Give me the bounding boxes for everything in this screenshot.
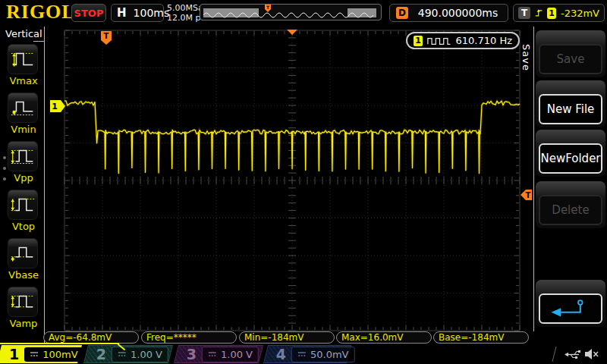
channel-status-bar: 1 100mV 2 1.00 V 3 xyxy=(0,345,607,364)
run-state-indicator: STOP xyxy=(71,4,106,22)
run-state-text: STOP xyxy=(74,8,104,19)
speaker-muted-icon xyxy=(584,348,599,360)
menu-slot-save: Save xyxy=(536,30,605,77)
measure-item-vtop[interactable]: Vtop xyxy=(0,190,47,232)
channel-2-scale: 1.00 V xyxy=(131,349,162,360)
menu-slot-new-file: New File xyxy=(536,80,605,127)
timebase-value: 100ms xyxy=(134,7,170,19)
rigol-logo: RIGOL xyxy=(6,1,76,24)
new-file-button[interactable]: New File xyxy=(539,94,602,124)
left-menu-title: Vertical xyxy=(5,28,42,39)
measure-item-vpp[interactable]: Vpp xyxy=(0,141,47,184)
measure-item-vmax[interactable]: Vmax xyxy=(0,44,47,86)
channel-2-number: 2 xyxy=(96,345,106,363)
channel-1-tab[interactable]: 1 100mV xyxy=(0,345,82,363)
menu-slot-new-folder: NewFolder xyxy=(536,130,605,177)
measurement-min: Min=-184mV xyxy=(239,331,335,344)
save-button[interactable]: Save xyxy=(539,44,602,74)
trigger-level-value: -232mV xyxy=(561,8,599,19)
trigger-level-label: T xyxy=(526,191,531,199)
channel1-trace-glow xyxy=(64,101,520,174)
measurement-max: Max=16.0mV xyxy=(336,331,432,344)
measure-item-vamp[interactable]: Vamp xyxy=(0,287,47,329)
dc-coupling-icon xyxy=(30,350,39,358)
horizontal-label: H xyxy=(117,6,127,20)
vbase-label: Vbase xyxy=(0,269,47,281)
memory-position-graphic: T xyxy=(200,5,381,20)
measurement-base: Base=-184mV xyxy=(433,331,529,344)
channel-1-number: 1 xyxy=(9,345,19,363)
channel-4-number: 4 xyxy=(276,345,286,363)
channel-4-tab[interactable]: 4 50.0mV xyxy=(263,345,351,363)
vmin-icon xyxy=(8,93,38,123)
channel-3-scale: 1.00 V xyxy=(221,349,253,360)
channel1-ground-marker[interactable]: 1 xyxy=(50,100,65,112)
square-wave-icon xyxy=(427,36,451,46)
measure-item-vbase[interactable]: Vbase xyxy=(0,238,47,281)
vpp-icon xyxy=(8,141,38,171)
channel1-selection-line xyxy=(0,343,119,344)
vbase-icon xyxy=(8,238,38,268)
waveform-display: T 1 T xyxy=(0,0,607,364)
dc-coupling-icon xyxy=(118,350,127,358)
horizontal-timebase-box: H 100ms xyxy=(111,4,164,22)
channel-2-tab[interactable]: 2 1.00 V xyxy=(83,345,173,363)
delay-badge: D xyxy=(396,7,408,19)
right-menu-tab-title: Save xyxy=(521,44,532,71)
status-bar-divider xyxy=(552,347,566,362)
vtop-icon xyxy=(8,190,38,220)
dc-coupling-icon xyxy=(297,350,307,358)
vmax-label: Vmax xyxy=(0,75,47,86)
back-button[interactable] xyxy=(539,293,602,324)
vmax-icon xyxy=(8,44,38,74)
right-menu-separator xyxy=(533,27,534,331)
oscilloscope-screen: { "top_bar": { "logo": "RIGOL", "run_sta… xyxy=(0,0,607,364)
channel-4-scale: 50.0mV xyxy=(310,349,349,360)
channel-1-scale: 100mV xyxy=(42,349,77,360)
trigger-delay-box: D 490.000000ms xyxy=(389,4,508,22)
dc-coupling-icon xyxy=(208,350,217,358)
left-menu-title-underline xyxy=(33,41,45,42)
frequency-counter-value: 610.710 Hz xyxy=(456,35,513,46)
vmin-label: Vmin xyxy=(0,124,47,135)
rising-edge-icon xyxy=(535,7,543,19)
menu-slot-back xyxy=(536,280,605,327)
vpp-label: Vpp xyxy=(0,172,47,184)
frequency-counter-channel-badge: 1 xyxy=(414,36,423,46)
measurement-avg: Avg=-64.8mV xyxy=(43,331,139,344)
channel-3-number: 3 xyxy=(187,345,197,363)
trigger-level-marker[interactable]: T xyxy=(521,190,532,200)
delay-value: 490.000000ms xyxy=(414,7,502,19)
center-time-marker-icon xyxy=(287,30,297,35)
frequency-counter: 1 610.710 Hz xyxy=(406,32,520,49)
delete-button[interactable]: Delete xyxy=(539,195,602,225)
vamp-label: Vamp xyxy=(0,318,47,329)
vtop-label: Vtop xyxy=(0,221,47,232)
usb-icon xyxy=(565,349,581,360)
menu-slot-delete: Delete xyxy=(536,181,605,228)
trigger-position-label: T xyxy=(104,32,109,40)
channel1-trace xyxy=(64,101,520,174)
trigger-position-marker[interactable]: T xyxy=(101,31,112,45)
channel-3-tab[interactable]: 3 1.00 V xyxy=(174,345,263,363)
measure-item-vmin[interactable]: Vmin xyxy=(0,93,47,135)
new-folder-button[interactable]: NewFolder xyxy=(539,143,602,174)
vamp-icon xyxy=(8,287,38,317)
channel1-marker-label: 1 xyxy=(52,102,58,111)
return-arrow-icon xyxy=(543,297,598,321)
trigger-badge: T xyxy=(518,7,530,19)
trigger-info-box: T 1 -232mV xyxy=(513,4,605,22)
graticule-border xyxy=(64,30,520,331)
measurement-freq: Freq=***** xyxy=(141,331,237,344)
trigger-source-badge: 1 xyxy=(547,8,556,19)
memory-position-indicator: T xyxy=(200,4,382,20)
